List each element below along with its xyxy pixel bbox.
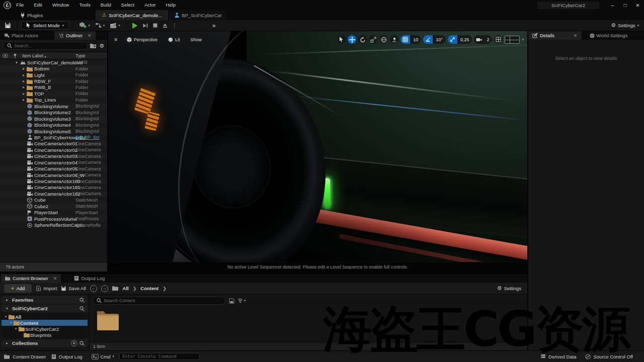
show-dropdown[interactable]: Show [187,35,206,44]
close-outliner-icon[interactable]: ✕ [88,33,92,38]
unreal-logo-icon[interactable]: U [4,2,11,9]
editor-settings-button[interactable]: ⚙ Settings ▾ [611,23,639,28]
outliner-row[interactable]: ▸BottomFolder [0,65,107,71]
grid-snap-control[interactable]: 10 [400,35,421,44]
save-button[interactable] [2,20,14,31]
outliner-row[interactable]: CubeStaticMesh [0,197,107,203]
favorites-section[interactable]: ▸ Favorites [2,296,88,304]
outliner-row[interactable]: BlockingVolume5BlockingVol [0,128,107,134]
back-button[interactable]: ← [90,285,97,292]
folder-tree-item[interactable]: ▾SciFiCyberCar2 [2,326,88,332]
viewport-menu-button[interactable]: ≡ [112,35,120,44]
forward-button[interactable]: → [101,285,108,292]
content-browser-settings-button[interactable]: ⚙ Settings [497,286,521,291]
console-command-input[interactable] [119,353,200,360]
menu-file[interactable]: File [11,0,29,10]
outliner-row[interactable]: SphereReflectionCaptuSphereRefle [0,222,107,228]
frame-skip-button[interactable] [142,23,148,29]
rotation-snap-control[interactable]: 10° [423,35,446,44]
cinematics-button[interactable]: ▾ [107,20,123,31]
save-all-button[interactable]: Save All [61,286,86,291]
outliner-row[interactable]: BlockingVolumeBlockingVol [0,103,107,109]
outliner-row[interactable]: CineCameraActor04CineCamera [0,159,107,165]
tab-world-settings[interactable]: World Settings [586,31,632,40]
surface-snapping-toggle[interactable] [390,35,398,44]
outliner-row[interactable]: CineCameraActor05CineCamera [0,165,107,171]
tab-content-browser[interactable]: Content Browser ✕ [1,274,61,283]
outliner-row[interactable]: BlockingVolume2BlockingVol [0,110,107,116]
tab-place-actors[interactable]: Place Actors [0,31,42,40]
outliner-column-header[interactable]: Item Label ▴ Type [0,52,107,59]
filter-button[interactable]: ▾ [237,299,246,303]
menu-build[interactable]: Build [96,0,116,10]
search-icon-favorites[interactable] [79,298,85,303]
blueprints-button[interactable]: ▾ [93,20,108,31]
stop-button[interactable] [152,23,158,28]
world-coordinate-toggle[interactable] [379,35,388,44]
outliner-row[interactable]: CineCameraActor03CineCamera [0,153,107,159]
outliner-row[interactable]: ▸LightFolder [0,72,107,78]
tab-details[interactable]: Details ✕ [528,31,582,40]
close-content-browser-icon[interactable]: ✕ [53,276,57,281]
menu-edit[interactable]: Edit [29,0,47,10]
viewport-layout-selector[interactable] [505,36,520,44]
eject-button[interactable] [162,23,168,29]
play-options-dots[interactable]: ⋮ [172,23,177,28]
outliner-row[interactable]: BP_SciFiCyberHoverBuEdit BP_Sci [0,134,107,140]
outliner-settings-icon[interactable]: ⚙ [99,43,104,49]
outliner-row[interactable]: BlockingVolume4BlockingVol [0,122,107,128]
menu-select[interactable]: Select [116,0,139,10]
outliner-search-input[interactable] [3,42,88,50]
rotate-tool[interactable] [358,35,367,44]
outliner-row[interactable]: ▸RBW_FFolder [0,78,107,84]
toolbar-overflow-chevron[interactable]: » [212,22,216,29]
collections-section[interactable]: ▸ Collections + [2,339,88,347]
add-button[interactable]: + Add [4,284,32,293]
import-button[interactable]: Import [36,286,57,291]
search-icon-collections[interactable] [79,341,85,346]
pin-icon[interactable] [13,53,17,58]
scale-snap-control[interactable]: 0,25 [448,35,472,44]
minimize-button[interactable]: – [606,0,619,10]
outliner-row[interactable]: CineCameraActor02CineCamera [0,147,107,153]
menu-help[interactable]: Help [160,0,181,10]
outliner-row[interactable]: Cube2StaticMesh [0,203,107,209]
play-button[interactable] [131,22,138,29]
outliner-row[interactable]: PostProcessVolumePostProces [0,216,107,222]
close-button[interactable]: ✕ [631,0,644,10]
camera-speed-control[interactable]: 2 [474,35,492,44]
menu-window[interactable]: Window [47,0,74,10]
tab-output-log[interactable]: Output Log [70,274,109,283]
content-search-input[interactable] [93,297,226,305]
scale-tool[interactable] [369,35,377,44]
content-drawer-button[interactable]: Content Drawer [4,354,46,359]
menu-actor[interactable]: Actor [139,0,160,10]
outliner-row[interactable]: CineCameraActor102CineCamera [0,191,107,197]
cmd-dropdown[interactable]: Cmd ▾ [92,354,115,359]
outliner-row[interactable]: CineCameraActor101CineCamera [0,185,107,191]
perspective-dropdown[interactable]: Perspective [123,35,162,44]
sources-section[interactable]: ▾ SciFiCyberCar2 [2,305,88,312]
new-folder-icon[interactable] [90,43,97,49]
outliner-row[interactable]: ▸Top_LinesFolder [0,97,107,103]
maximize-viewport-button[interactable] [494,35,503,44]
folder-tree-item[interactable]: ▾All [2,314,88,320]
move-tool[interactable] [348,35,356,44]
level-viewport[interactable]: ≡ Perspective Lit Show 10 [108,31,527,272]
viewport-layout-chevron[interactable]: ▾ [522,38,524,42]
select-mode-dropdown[interactable]: Select Mode ▾ [21,21,69,30]
outliner-row[interactable]: PlayerStartPlayerStart [0,210,107,216]
plugins-tab[interactable]: Plugins [15,10,48,20]
edit-blueprint-link[interactable]: Edit BP_Sci [75,135,107,140]
tab-blueprint[interactable]: BP_SciFiCyberCar [169,10,228,20]
tab-level[interactable]: ⚠ SciFiCyberCar_demole... [96,10,169,20]
select-tool[interactable] [337,35,346,44]
add-actor-button[interactable]: ▾ [76,20,93,31]
close-details-icon[interactable]: ✕ [574,33,578,38]
output-log-button[interactable]: Output Log [51,354,83,359]
lit-dropdown[interactable]: Lit [164,35,184,44]
outliner-row[interactable]: BlockingVolume3BlockingVol [0,116,107,122]
folder-tree-item[interactable]: ▾Content [2,320,88,326]
eye-icon[interactable] [3,54,8,58]
folder-tree-item[interactable]: Blueprints [2,332,88,338]
